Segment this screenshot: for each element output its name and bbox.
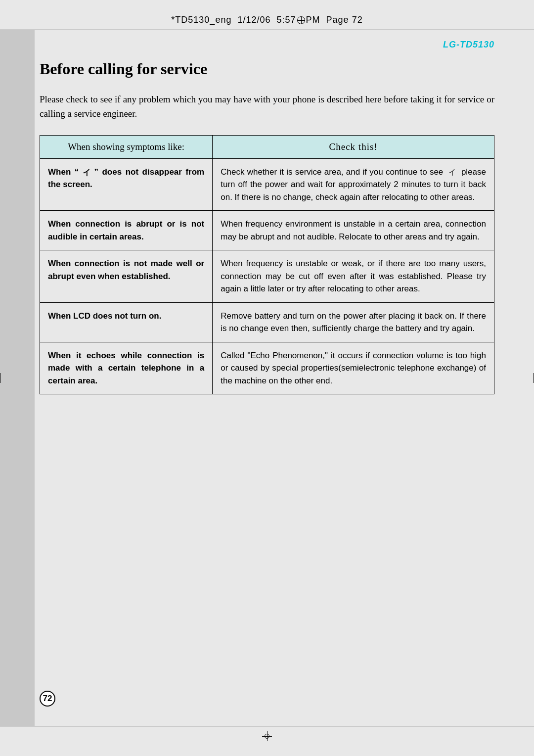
- header-bar: [0, 30, 534, 30]
- col-header-symptoms: When showing symptoms like:: [40, 135, 213, 158]
- symptom-cell: When connection is not made well or abru…: [40, 250, 213, 303]
- page-number-area: 72: [40, 691, 494, 707]
- page-title: Before calling for service: [40, 60, 494, 78]
- page-number-badge: 72: [40, 691, 55, 707]
- corner-mark-br: [514, 716, 534, 726]
- intro-paragraph: Please check to see if any problem which…: [40, 92, 494, 121]
- check-cell: Called "Echo Phenomenon," it occurs if c…: [213, 342, 494, 394]
- header-time: 5:57: [277, 15, 296, 25]
- symptom-cell: When connection is abrupt or is not audi…: [40, 211, 213, 250]
- header-text: *TD5130_eng 1/12/06 5:57 PM Page 72: [0, 15, 534, 25]
- header-filename: *TD5130_eng: [171, 15, 231, 25]
- symptom-cell: When LCD does not turn on.: [40, 302, 213, 342]
- table-row: When LCD does not turn on.Remove battery…: [40, 302, 494, 342]
- check-cell: When frequency is unstable or weak, or i…: [213, 250, 494, 303]
- content-area: LG-TD5130 Before calling for service Ple…: [40, 40, 494, 716]
- header-ampm: PM: [306, 15, 320, 25]
- corner-mark-bl: [0, 716, 20, 726]
- table-row: When connection is abrupt or is not audi…: [40, 211, 494, 250]
- footer-bar: [0, 726, 534, 726]
- service-table: When showing symptoms like: Check this! …: [40, 135, 494, 395]
- bottom-crosshair: [262, 731, 272, 741]
- col-header-check: Check this!: [213, 135, 494, 158]
- table-row: When it echoes while connection is made …: [40, 342, 494, 394]
- header-page-num: 72: [352, 15, 363, 25]
- symptom-cell: When “ イ ” does not disappear from the s…: [40, 158, 213, 211]
- symptom-cell: When it echoes while connection is made …: [40, 342, 213, 394]
- check-cell: When frequency environment is unstable i…: [213, 211, 494, 250]
- table-row: When “ イ ” does not disappear from the s…: [40, 158, 494, 211]
- corner-mark-tr: [514, 30, 534, 40]
- left-side-mark: [0, 373, 7, 383]
- header-page-label: Page: [326, 15, 349, 25]
- check-cell: Check whether it is service area, and if…: [213, 158, 494, 211]
- check-cell: Remove battery and turn on the power aft…: [213, 302, 494, 342]
- table-row: When connection is not made well or abru…: [40, 250, 494, 303]
- brand-label: LG-TD5130: [40, 40, 494, 50]
- right-side-mark: [527, 373, 534, 383]
- header-date: 1/12/06: [237, 15, 270, 25]
- corner-mark-tl: [0, 30, 20, 40]
